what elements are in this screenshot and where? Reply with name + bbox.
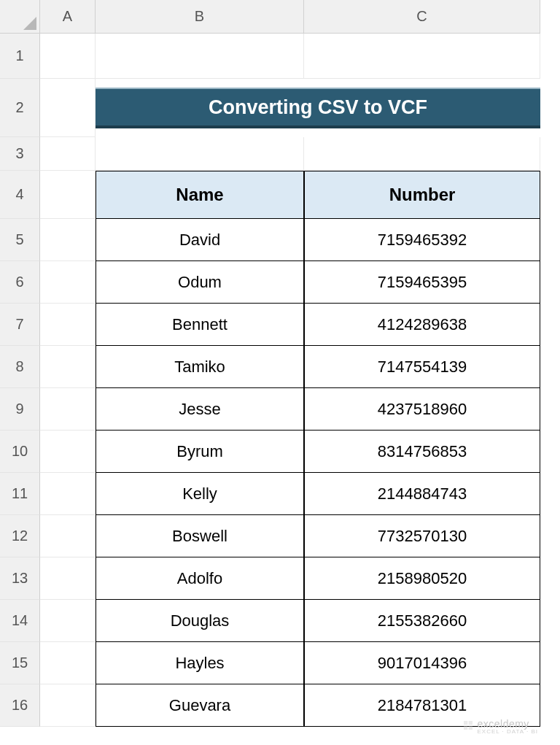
watermark: exceldemy EXCEL · DATA · BI	[462, 718, 538, 735]
row-header-6[interactable]: 6	[0, 261, 40, 304]
cell-a5[interactable]	[40, 219, 96, 261]
row-header-1[interactable]: 1	[0, 34, 40, 79]
table-row[interactable]: 2155382660	[304, 600, 540, 642]
spreadsheet-grid: A B C 1 2 Converting CSV to VCF 3 4 Name…	[0, 0, 560, 727]
title-banner-wrap[interactable]: Converting CSV to VCF	[96, 79, 540, 137]
table-row[interactable]: Douglas	[96, 600, 304, 642]
cell-a4[interactable]	[40, 171, 96, 219]
table-row[interactable]: 7159465395	[304, 261, 540, 304]
table-row[interactable]: Odum	[96, 261, 304, 304]
table-row[interactable]: 9017014396	[304, 642, 540, 684]
column-header-c[interactable]: C	[304, 0, 540, 34]
table-row[interactable]: 2144884743	[304, 473, 540, 515]
table-row[interactable]: 7147554139	[304, 346, 540, 388]
select-all-corner[interactable]	[0, 0, 40, 34]
row-header-4[interactable]: 4	[0, 171, 40, 219]
watermark-tagline: EXCEL · DATA · BI	[477, 728, 538, 735]
row-header-14[interactable]: 14	[0, 600, 40, 642]
cell-a9[interactable]	[40, 388, 96, 431]
table-row[interactable]: Hayles	[96, 642, 304, 684]
cell-a3[interactable]	[40, 137, 96, 171]
table-row[interactable]: 8314756853	[304, 431, 540, 473]
row-header-15[interactable]: 15	[0, 642, 40, 684]
table-header-name[interactable]: Name	[96, 171, 304, 219]
table-row[interactable]: 4124289638	[304, 304, 540, 346]
table-row[interactable]: Kelly	[96, 473, 304, 515]
table-row[interactable]: 7159465392	[304, 219, 540, 261]
row-header-16[interactable]: 16	[0, 684, 40, 727]
column-header-b[interactable]: B	[96, 0, 304, 34]
table-row[interactable]: Boswell	[96, 515, 304, 557]
cell-a10[interactable]	[40, 431, 96, 473]
table-row[interactable]: David	[96, 219, 304, 261]
row-header-13[interactable]: 13	[0, 557, 40, 600]
cell-b3[interactable]	[96, 137, 304, 171]
cell-a1[interactable]	[40, 34, 96, 79]
cell-a13[interactable]	[40, 557, 96, 600]
row-header-12[interactable]: 12	[0, 515, 40, 557]
title-banner: Converting CSV to VCF	[96, 88, 540, 128]
cell-a8[interactable]	[40, 346, 96, 388]
row-header-2[interactable]: 2	[0, 79, 40, 137]
table-row[interactable]: 7732570130	[304, 515, 540, 557]
row-header-11[interactable]: 11	[0, 473, 40, 515]
table-row[interactable]: Jesse	[96, 388, 304, 431]
cell-a7[interactable]	[40, 304, 96, 346]
table-row[interactable]: Adolfo	[96, 557, 304, 600]
row-header-3[interactable]: 3	[0, 137, 40, 171]
row-header-8[interactable]: 8	[0, 346, 40, 388]
cell-a12[interactable]	[40, 515, 96, 557]
cell-a14[interactable]	[40, 600, 96, 642]
table-header-number[interactable]: Number	[304, 171, 540, 219]
watermark-icon	[462, 719, 474, 733]
table-row[interactable]: Bennett	[96, 304, 304, 346]
cell-b1[interactable]	[96, 34, 304, 79]
row-header-9[interactable]: 9	[0, 388, 40, 431]
row-header-7[interactable]: 7	[0, 304, 40, 346]
row-header-5[interactable]: 5	[0, 219, 40, 261]
row-header-10[interactable]: 10	[0, 431, 40, 473]
cell-a16[interactable]	[40, 684, 96, 727]
cell-a15[interactable]	[40, 642, 96, 684]
column-header-a[interactable]: A	[40, 0, 96, 34]
table-row[interactable]: Tamiko	[96, 346, 304, 388]
table-row[interactable]: 4237518960	[304, 388, 540, 431]
table-row[interactable]: Byrum	[96, 431, 304, 473]
cell-c3[interactable]	[304, 137, 540, 171]
table-row[interactable]: 2158980520	[304, 557, 540, 600]
cell-a6[interactable]	[40, 261, 96, 304]
table-row[interactable]: Guevara	[96, 684, 304, 727]
cell-a2[interactable]	[40, 79, 96, 137]
cell-c1[interactable]	[304, 34, 540, 79]
cell-a11[interactable]	[40, 473, 96, 515]
